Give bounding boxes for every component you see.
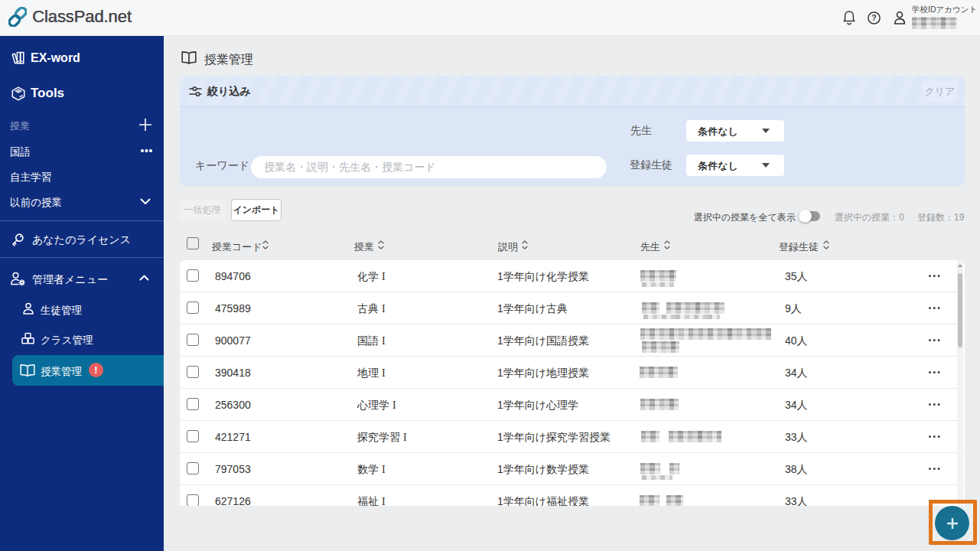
svg-text:?: ?	[871, 13, 876, 22]
